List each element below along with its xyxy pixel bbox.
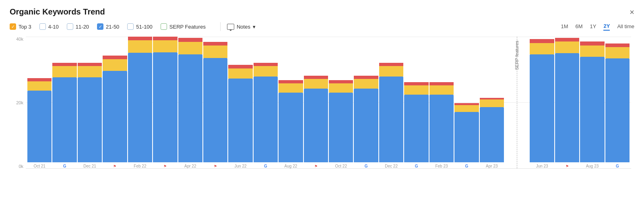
legend-item-4-10[interactable]: 4-10 [39, 23, 59, 30]
page-title: Organic Keywords Trend [10, 7, 105, 17]
x-axis-label: Dec 22 [385, 164, 398, 168]
bar-segment-red [153, 37, 177, 40]
x-axis-label: G [63, 164, 66, 168]
notes-button[interactable]: Notes ▾ [227, 24, 256, 30]
bar-stack [580, 37, 604, 162]
checkbox-51-100 [127, 23, 134, 30]
google-icon: G [415, 164, 418, 168]
x-axis-label: Jun 23 [536, 164, 548, 168]
x-axis-label: Aug 23 [586, 164, 599, 168]
bar-segment-blue [354, 89, 378, 162]
legend-label-21-50: 21-50 [106, 24, 119, 30]
bar-segment-blue [78, 77, 102, 162]
bar-group: G [52, 37, 76, 168]
x-axis-label: Apr 23 [486, 164, 497, 168]
time-filter-all-time[interactable]: All time [617, 23, 634, 30]
bar-segment-blue [203, 58, 227, 162]
legend-item-top3[interactable]: ✓Top 3 [10, 23, 31, 30]
bar-stack [178, 37, 202, 162]
legend-item-11-20[interactable]: 11-20 [67, 23, 89, 30]
bar-segment-blue [580, 57, 604, 162]
google-icon: G [365, 164, 368, 168]
bar-segment-blue [605, 58, 630, 162]
bar-stack [78, 48, 102, 162]
flag-icon: ⚑ [163, 164, 167, 168]
bar-segment-red [78, 63, 102, 66]
bar-stack [379, 48, 403, 162]
y-axis-label: 40k [16, 37, 26, 41]
bar-segment-red [555, 38, 579, 41]
bar-stack [228, 49, 252, 162]
legend-item-21-50[interactable]: ✓21-50 [97, 23, 119, 30]
bar-segment-yellow [480, 99, 504, 107]
bar-segment-blue [454, 112, 479, 162]
chart-area: 40k20k0k Oct 21GDec 21⚑Feb 22⚑Apr 22⚑Jun… [10, 35, 634, 180]
x-axis-label: Apr 22 [184, 164, 196, 168]
bar-stack [52, 48, 76, 162]
bar-segment-yellow [203, 46, 227, 58]
bar-segment-red [379, 63, 403, 66]
bar-segment-red [103, 56, 127, 59]
x-axis-label: G [616, 164, 619, 168]
legend-item-serp[interactable]: SERP Features [161, 23, 206, 30]
bar-segment-red [354, 76, 378, 79]
bar-segment-yellow [530, 43, 554, 54]
bar-segment-yellow [580, 46, 604, 57]
bar-segment-blue [228, 79, 252, 162]
bar-segment-blue [103, 71, 127, 162]
bar-segment-yellow [52, 66, 76, 77]
bar-segment-red [279, 80, 303, 83]
bar-stack [304, 56, 328, 162]
close-button[interactable]: × [630, 8, 634, 16]
x-axis-label: G [415, 164, 418, 168]
legend-item-51-100[interactable]: 51-100 [127, 23, 152, 30]
bar-stack [404, 60, 428, 162]
bar-group: Apr 22 [178, 37, 202, 168]
x-axis-label: Feb 23 [435, 164, 448, 168]
bar-stack [27, 57, 52, 162]
bar-segment-red [304, 76, 328, 79]
bar-group: Apr 23 [480, 37, 504, 168]
checkbox-11-20 [67, 23, 73, 30]
bar-segment-blue [555, 53, 579, 162]
bar-stack [454, 74, 479, 162]
bar-segment-red [605, 43, 630, 47]
flag-icon: ⚑ [214, 164, 217, 168]
bar-segment-blue [153, 52, 177, 162]
time-filter-6m[interactable]: 6M [576, 23, 583, 30]
bar-segment-red [329, 80, 353, 83]
bar-group: ⚑ [153, 37, 177, 168]
time-filter-1m[interactable]: 1M [561, 23, 568, 30]
x-axis-label: Oct 22 [335, 164, 347, 168]
bar-group: Dec 21 [78, 37, 102, 168]
bar-segment-red [52, 63, 76, 66]
bar-group: Feb 23 [429, 37, 454, 168]
bar-group: Oct 21 [27, 37, 52, 168]
legend-row: ✓Top 34-1011-20✓21-5051-100SERP Features… [10, 22, 634, 31]
bar-stack [530, 37, 554, 162]
bar-group: SERP features [505, 37, 529, 168]
time-filter-2y[interactable]: 2Y [603, 23, 610, 31]
bar-segment-yellow [178, 42, 202, 54]
bar-segment-blue [429, 95, 454, 162]
x-axis-label: ⚑ [214, 164, 217, 168]
bar-segment-blue [480, 107, 504, 162]
bar-segment-red [27, 78, 52, 81]
time-filter-1y[interactable]: 1Y [590, 23, 597, 30]
x-axis-label: Oct 21 [33, 164, 45, 168]
bar-segment-yellow [404, 85, 428, 95]
bar-group: Oct 22 [329, 37, 353, 168]
bar-segment-red [254, 63, 278, 66]
legend-label-4-10: 4-10 [48, 24, 59, 30]
bar-segment-blue [178, 54, 202, 162]
x-axis-label: Dec 21 [83, 164, 96, 168]
flag-icon: ⚑ [113, 164, 116, 168]
x-axis-label: Jun 22 [235, 164, 247, 168]
chevron-down-icon: ▾ [253, 24, 256, 30]
bar-group: G [354, 37, 378, 168]
bar-segment-blue [379, 77, 403, 162]
bar-segment-blue [254, 77, 278, 162]
bar-segment-red [580, 41, 604, 45]
serp-dashed-line [517, 37, 517, 168]
bar-segment-red [429, 82, 454, 85]
